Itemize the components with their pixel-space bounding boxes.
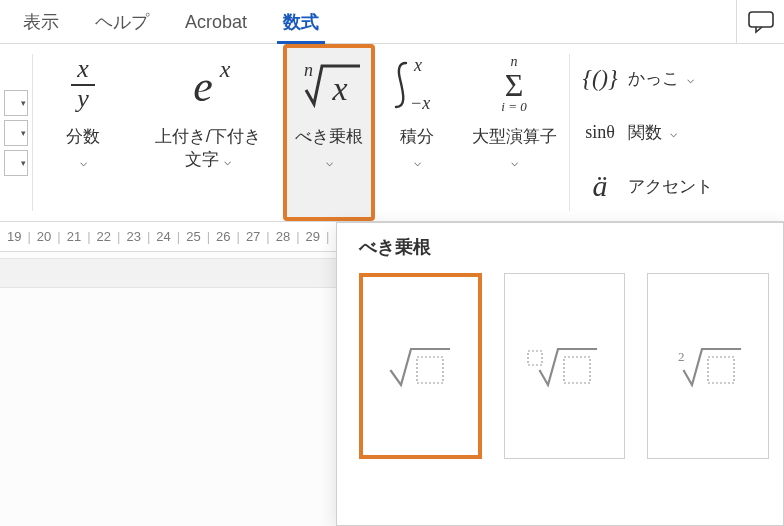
integral-button[interactable]: x −x 積分 ⌵ [375,44,459,221]
script-button[interactable]: e x 上付き/下付き 文字 ⌵ [133,44,283,221]
tab-label: 表示 [23,12,59,32]
radical-button[interactable]: n x べき乗根 ⌵ [283,44,375,221]
svg-rect-14 [528,351,542,365]
ruler-tick: | [87,229,90,244]
script-icon: e x [173,54,243,116]
ruler-number: 21 [67,229,81,244]
chevron-down-icon: ⌵ [511,155,518,169]
tab-help[interactable]: ヘルプ [77,0,167,44]
svg-rect-15 [564,357,590,383]
tile-square-root[interactable] [359,273,482,459]
svg-rect-0 [749,12,773,27]
bracket-button[interactable]: {()} かっこ ⌵ [578,52,713,106]
chevron-down-icon: ▾ [21,98,26,108]
radical-label: べき乗根 [295,126,363,149]
tab-acrobat[interactable]: Acrobat [167,0,265,44]
bracket-label: かっこ [628,67,679,90]
dropdown-grid: 2 [359,273,769,459]
ruler-number: 24 [156,229,170,244]
svg-text:x: x [413,57,422,75]
svg-text:i = 0: i = 0 [501,99,527,114]
comment-button[interactable] [736,0,784,44]
nth-root-icon [526,341,602,391]
chevron-down-icon: ⌵ [687,72,694,86]
sigma-icon: n Σ i = 0 [486,54,542,116]
ruler-tick: | [27,229,30,244]
menu-tabs: 表示 ヘルプ Acrobat 数式 [0,0,784,44]
ribbon: ▾ ▾ ▾ x y 分数 ⌵ e x 上付き/下付き 文字 ⌵ [0,44,784,222]
chevron-down-icon: ▾ [21,128,26,138]
tiny-button-3[interactable]: ▾ [4,150,28,176]
tab-label: ヘルプ [95,12,149,32]
tab-equation[interactable]: 数式 [265,0,337,44]
accent-icon: ä [578,169,622,203]
fraction-icon: x y [63,54,103,116]
script-label: 上付き/下付き 文字 ⌵ [155,126,262,172]
svg-text:e: e [193,62,213,111]
ruler-tick: | [266,229,269,244]
large-operator-label: 大型演算子 [472,126,557,149]
svg-text:x: x [331,70,347,107]
comment-icon [747,10,775,34]
ruler-number: 28 [276,229,290,244]
fraction-label: 分数 [66,126,100,149]
svg-text:2: 2 [678,349,685,364]
radical-icon: n x [294,54,364,116]
chevron-down-icon: ▾ [21,158,26,168]
ruler-number: 25 [186,229,200,244]
tiny-button-2[interactable]: ▾ [4,120,28,146]
fraction-button[interactable]: x y 分数 ⌵ [33,44,133,221]
integral-icon: x −x [384,54,450,116]
accent-label: アクセント [628,175,713,198]
square-root-icon [385,341,455,391]
svg-text:x: x [76,57,89,83]
ruler-number: 20 [37,229,51,244]
ruler-tick: | [57,229,60,244]
tab-label: 数式 [283,12,319,32]
tab-view[interactable]: 表示 [5,0,77,44]
chevron-down-icon: ⌵ [670,126,677,140]
large-operator-button[interactable]: n Σ i = 0 大型演算子 ⌵ [459,44,569,221]
svg-rect-13 [417,357,443,383]
svg-text:−x: −x [410,93,430,113]
radical-dropdown: べき乗根 2 [336,222,784,526]
equation-tools-small: ▾ ▾ ▾ [0,44,32,221]
structures-side-list: {()} かっこ ⌵ sinθ 関数 ⌵ ä アクセント [570,44,715,221]
chevron-down-icon: ⌵ [80,155,87,169]
ruler-number: 23 [126,229,140,244]
chevron-down-icon: ⌵ [414,155,421,169]
ruler-tick: | [326,229,329,244]
function-label: 関数 [628,121,662,144]
ruler-number: 29 [306,229,320,244]
tiny-button-1[interactable]: ▾ [4,90,28,116]
function-button[interactable]: sinθ 関数 ⌵ [578,106,713,160]
integral-label: 積分 [400,126,434,149]
svg-rect-17 [708,357,734,383]
ruler-tick: | [236,229,239,244]
bracket-icon: {()} [578,65,622,92]
svg-text:x: x [219,57,231,82]
svg-text:y: y [74,84,89,113]
function-icon: sinθ [578,122,622,143]
tile-index2-root[interactable]: 2 [647,273,769,459]
tile-nth-root[interactable] [504,273,626,459]
svg-text:n: n [304,60,313,80]
ruler-tick: | [207,229,210,244]
ruler-tick: | [177,229,180,244]
svg-text:Σ: Σ [505,67,524,103]
accent-button[interactable]: ä アクセント [578,159,713,213]
dropdown-title: べき乗根 [359,235,769,259]
ruler-tick: | [117,229,120,244]
tab-label: Acrobat [185,12,247,32]
ruler-tick: | [296,229,299,244]
ruler-number: 26 [216,229,230,244]
chevron-down-icon: ⌵ [326,155,333,169]
ruler-number: 19 [7,229,21,244]
index2-root-icon: 2 [670,341,746,391]
ruler-tick: | [147,229,150,244]
ruler-number: 22 [97,229,111,244]
ruler-number: 27 [246,229,260,244]
